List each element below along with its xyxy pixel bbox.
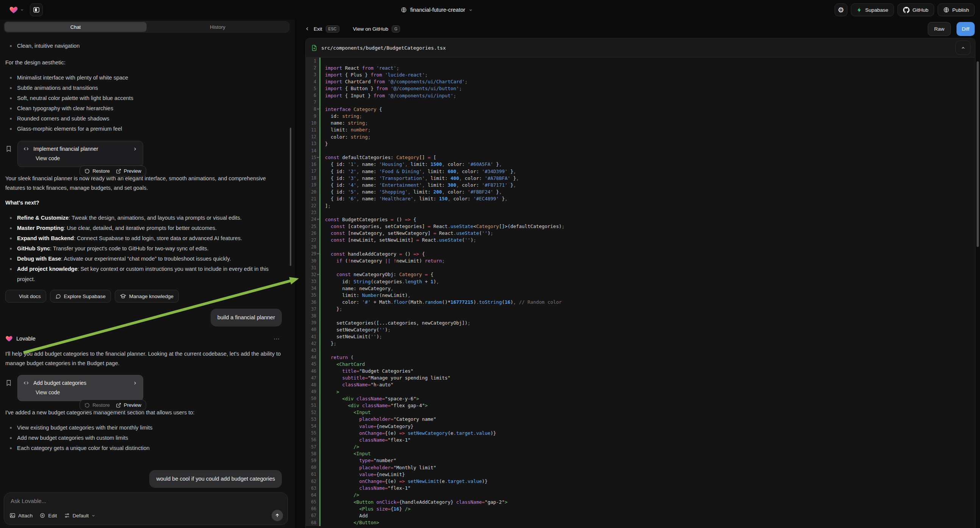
visit-docs-button[interactable]: Visit docs bbox=[5, 290, 46, 303]
restore-button[interactable]: Restore bbox=[84, 168, 110, 174]
raw-button[interactable]: Raw bbox=[928, 22, 951, 36]
bullet-item: Subtle animations and transitions bbox=[5, 83, 282, 93]
code-line: 61 value={newLimit} bbox=[306, 471, 975, 478]
code-line: 41 setNewLimit(''); bbox=[306, 333, 975, 340]
bullet-list: Refine & Customize: Tweak the design, an… bbox=[5, 213, 282, 285]
code-line: 6import { Input } from '@/components/ui/… bbox=[306, 92, 975, 99]
code-line: 12 color: string; bbox=[306, 133, 975, 140]
fold-chevron-icon[interactable] bbox=[316, 252, 320, 255]
fold-chevron-icon[interactable] bbox=[316, 218, 320, 221]
code-line: 63 className="flex-1" bbox=[306, 485, 975, 491]
exit-button[interactable]: Exit ESC bbox=[313, 25, 339, 33]
restore-icon bbox=[84, 402, 90, 408]
code-line: 30 if (!newCategory || !newLimit) return… bbox=[306, 257, 975, 264]
code-line: 18 { id: '3', name: 'Transportation', li… bbox=[306, 175, 975, 181]
line-number: 65 bbox=[306, 498, 320, 505]
message-menu-icon[interactable]: ⋯ bbox=[274, 335, 280, 342]
code-line: 4import ChartCard from '@/components/ui/… bbox=[306, 78, 975, 85]
code-view-panel: Exit ESC View on GitHub G Raw Diff src/c… bbox=[295, 20, 980, 528]
bullet-item: Add project knowledge: Set key context o… bbox=[5, 264, 282, 285]
line-number: 6 bbox=[306, 92, 320, 99]
mode-select[interactable]: Default bbox=[64, 512, 96, 518]
code-line: 28 bbox=[306, 243, 975, 250]
line-number: 62 bbox=[306, 478, 320, 484]
code-line: 15const defaultCategories: Category[] = … bbox=[306, 154, 975, 161]
bullet-dot bbox=[10, 97, 12, 99]
diff-file-card: src/components/budget/BudgetCategories.t… bbox=[305, 38, 975, 528]
preview-button[interactable]: Preview bbox=[116, 168, 141, 174]
line-number: 51 bbox=[306, 402, 320, 409]
line-number: 58 bbox=[306, 450, 320, 457]
line-number: 20 bbox=[306, 189, 320, 196]
code-line: 48 className="h-auto" bbox=[306, 382, 975, 388]
line-number: 5 bbox=[306, 85, 320, 92]
tab-chat[interactable]: Chat bbox=[5, 22, 146, 32]
editor-scrollbar[interactable] bbox=[977, 61, 979, 247]
line-number: 64 bbox=[306, 491, 320, 498]
explore-supabase-button[interactable]: Explore Supabase bbox=[50, 290, 111, 303]
line-number: 25 bbox=[306, 223, 320, 230]
bullet-dot bbox=[10, 447, 12, 449]
send-button[interactable] bbox=[272, 510, 283, 521]
collapse-file-button[interactable] bbox=[955, 41, 970, 55]
code-line: 38 bbox=[306, 312, 975, 319]
code-line: 9 id: string; bbox=[306, 113, 975, 120]
settings-button[interactable]: ⚙ bbox=[835, 3, 847, 16]
bullet-dot bbox=[10, 217, 12, 219]
fold-chevron-icon[interactable] bbox=[316, 273, 320, 276]
code-line: 37 }; bbox=[306, 306, 975, 312]
code-line: 24const BudgetCategories = () => { bbox=[306, 216, 975, 223]
file-added-icon bbox=[311, 45, 317, 51]
line-number: 3 bbox=[306, 71, 320, 78]
restore-button[interactable]: Restore bbox=[84, 402, 110, 408]
bookmark-icon[interactable] bbox=[5, 380, 12, 401]
tab-history[interactable]: History bbox=[146, 22, 289, 32]
code-line: 34 name: newCategory, bbox=[306, 285, 975, 292]
lovable-logo-menu[interactable] bbox=[9, 5, 24, 14]
version-card[interactable]: Implement financial plannerView codeRest… bbox=[18, 141, 143, 167]
line-number: 37 bbox=[306, 306, 320, 312]
line-number: 18 bbox=[306, 175, 320, 181]
manage-knowledge-button[interactable]: Manage knowledge bbox=[115, 290, 179, 303]
code-line: 36 color: '#' + Math.floor(Math.random()… bbox=[306, 299, 975, 306]
edit-button[interactable]: Edit bbox=[40, 512, 57, 518]
line-number: 47 bbox=[306, 375, 320, 382]
project-name: financial-future-creator bbox=[410, 7, 465, 13]
code-line: 35 limit: Number(newLimit), bbox=[306, 292, 975, 299]
bullet-item: Rounded corners and subtle shadows bbox=[5, 114, 282, 124]
arrow-up-icon bbox=[275, 513, 280, 518]
line-number: 43 bbox=[306, 347, 320, 354]
diff-button[interactable]: Diff bbox=[956, 22, 975, 36]
bullet-item: View existing budget categories with the… bbox=[5, 423, 282, 433]
code-line: 29 const handleAddCategory = () => { bbox=[306, 250, 975, 257]
view-code-link[interactable]: View code bbox=[36, 155, 137, 161]
chevron-right-icon bbox=[133, 381, 137, 386]
line-number: 16 bbox=[306, 161, 320, 168]
bullet-dot bbox=[10, 108, 12, 110]
line-number: 49 bbox=[306, 388, 320, 395]
chat-history-tabs: Chat History bbox=[4, 21, 290, 33]
code-line: 56 className="flex-1" bbox=[306, 436, 975, 443]
publish-button[interactable]: Publish bbox=[937, 3, 975, 16]
line-number: 32 bbox=[306, 271, 320, 278]
bookmark-icon[interactable] bbox=[5, 145, 12, 167]
supabase-button[interactable]: Supabase bbox=[851, 3, 894, 16]
code-icon bbox=[23, 146, 29, 152]
toggle-sidebar-button[interactable] bbox=[30, 3, 43, 16]
view-code-link[interactable]: View code bbox=[36, 390, 137, 396]
line-number: 36 bbox=[306, 299, 320, 306]
chat-scrollbar[interactable] bbox=[290, 128, 291, 266]
file-header[interactable]: src/components/budget/BudgetCategories.t… bbox=[306, 38, 975, 57]
prompt-input[interactable] bbox=[11, 498, 282, 504]
preview-button[interactable]: Preview bbox=[116, 402, 141, 408]
lovable-heart-icon bbox=[9, 5, 18, 14]
version-card[interactable]: Add budget categoriesView codeRestorePre… bbox=[18, 375, 143, 401]
github-button[interactable]: GitHub bbox=[897, 3, 934, 16]
line-number: 30 bbox=[306, 257, 320, 264]
attach-button[interactable]: Attach bbox=[10, 512, 33, 518]
code-line: 54 value={newCategory} bbox=[306, 423, 975, 429]
fold-chevron-icon[interactable] bbox=[316, 156, 320, 159]
view-on-github-button[interactable]: View on GitHub G bbox=[353, 25, 401, 33]
project-switcher[interactable]: financial-future-creator bbox=[401, 0, 473, 20]
fold-chevron-icon[interactable] bbox=[316, 107, 320, 111]
